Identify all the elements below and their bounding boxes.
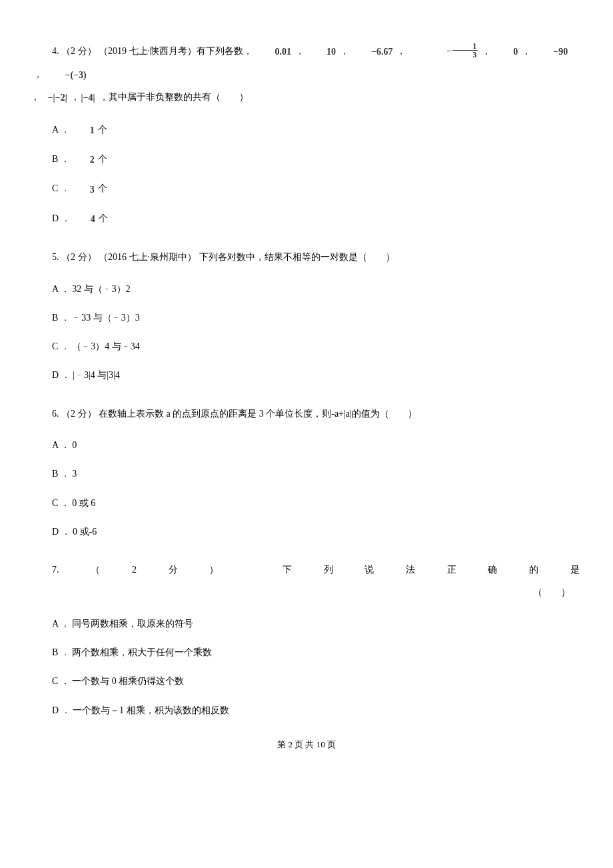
question-7: 7. （ 2 分 ） 下 列 说 法 正 确 的 是 （ ） A ． 同号两数相… xyxy=(33,559,580,719)
q6-option-c: C ． 0 或 6 xyxy=(33,495,580,511)
q5-option-a: A ． 32 与（﹣3）2 xyxy=(33,281,580,297)
math-number: |−4| xyxy=(83,87,97,109)
q7-option-c: C ． 一个数与 0 相乘仍得这个数 xyxy=(33,673,580,689)
q5-stem: 5. （2 分） （2016 七上·泉州期中） 下列各对数中，结果不相等的一对数… xyxy=(33,246,580,269)
math-number: −6.67 xyxy=(351,41,394,63)
math-number: −|−2| xyxy=(49,87,69,109)
math-number: 0.01 xyxy=(255,41,293,63)
q6-option-a: A ． 0 xyxy=(33,437,580,453)
q5-option-c: C ． （﹣3）4 与﹣34 xyxy=(33,338,580,355)
q5-option-d: D ． |﹣3|4 与|3|4 xyxy=(33,367,580,383)
q7-stem: 7. （ 2 分 ） 下 列 说 法 正 确 的 是 xyxy=(33,559,580,581)
q7-option-b: B ． 两个数相乘，积大于任何一个乘数 xyxy=(33,644,580,661)
q5-option-b: B ． ﹣33 与（﹣3）3 xyxy=(33,309,580,326)
math-fraction: −13 xyxy=(408,42,479,59)
question-5: 5. （2 分） （2016 七上·泉州期中） 下列各对数中，结果不相等的一对数… xyxy=(33,246,580,383)
math-number: −90 xyxy=(533,41,569,63)
question-4: 4. （2 分） （2019 七上·陕西月考）有下列各数， 0.01 ， 10 … xyxy=(33,40,580,227)
q4-option-c: C ．3 个 xyxy=(33,180,580,197)
q4-option-a: A ．1 个 xyxy=(33,121,580,139)
q4-option-b: B ．2 个 xyxy=(33,151,580,168)
q4-stem-line2: ， −|−2| ， |−4| ，其中属于非负整数的共有（ ） xyxy=(33,86,580,109)
q4-stem-prefix: 4. （2 分） （2019 七上·陕西月考）有下列各数， xyxy=(52,46,253,56)
q7-paren: （ ） xyxy=(33,581,580,604)
page-content: 4. （2 分） （2019 七上·陕西月考）有下列各数， 0.01 ， 10 … xyxy=(0,0,613,777)
q4-stem-suffix: ，其中属于非负整数的共有（ ） xyxy=(99,92,249,102)
q6-option-d: D ． 0 或-6 xyxy=(33,523,580,540)
q4-option-d: D ．4 个 xyxy=(33,210,580,227)
math-number: 10 xyxy=(306,41,337,63)
math-number: 0 xyxy=(493,41,519,63)
q4-stem-line1: 4. （2 分） （2019 七上·陕西月考）有下列各数， 0.01 ， 10 … xyxy=(33,40,580,86)
q6-option-b: B ． 3 xyxy=(33,465,580,482)
q6-stem: 6. （2 分） 在数轴上表示数 a 的点到原点的距离是 3 个单位长度，则-a… xyxy=(33,403,580,425)
q7-option-d: D ． 一个数与－1 相乘，积为该数的相反数 xyxy=(33,702,580,719)
page-footer: 第 2 页 共 10 页 xyxy=(33,739,580,751)
q7-option-a: A ． 同号两数相乘，取原来的符号 xyxy=(33,615,580,632)
question-6: 6. （2 分） 在数轴上表示数 a 的点到原点的距离是 3 个单位长度，则-a… xyxy=(33,403,580,540)
math-number: −(−3) xyxy=(45,64,88,87)
